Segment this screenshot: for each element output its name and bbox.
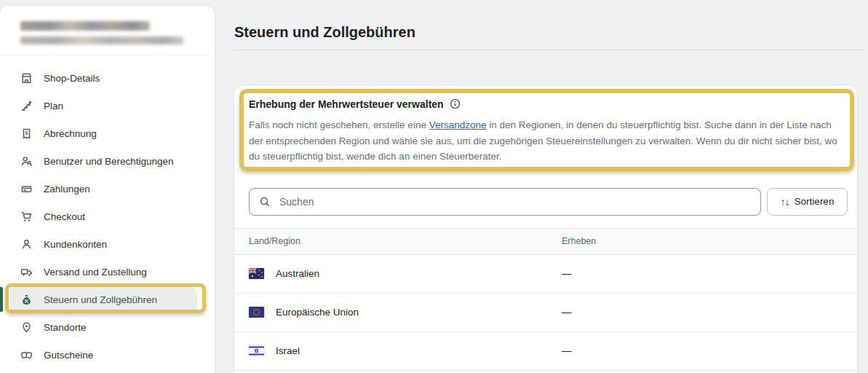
sidebar-item-billing[interactable]: $ Abrechnung xyxy=(0,119,215,147)
taxes-moneybag-icon xyxy=(20,294,33,306)
sidebar-item-label: Checkout xyxy=(44,211,85,222)
settings-sidebar: Shop-Details Plan $ Abrechnung Benutzer … xyxy=(0,6,215,373)
store-name-redacted xyxy=(20,21,150,31)
sort-arrows-icon: ↑↓ xyxy=(781,197,789,207)
sidebar-item-users-permissions[interactable]: Benutzer und Berechtigungen xyxy=(0,147,215,175)
flag-european-union-icon xyxy=(249,307,264,318)
collect-value: — xyxy=(562,268,857,279)
svg-text:$: $ xyxy=(25,130,28,136)
sidebar-item-label: Zahlungen xyxy=(44,184,90,195)
storefront-icon xyxy=(20,72,33,85)
country-name: Europäische Union xyxy=(276,307,359,318)
collect-value: — xyxy=(562,345,857,356)
sidebar-item-label: Gutscheine xyxy=(44,350,93,361)
flag-israel-icon xyxy=(249,345,264,356)
shipping-zone-link[interactable]: Versandzone xyxy=(429,119,487,130)
sort-button-label: Sortieren xyxy=(795,196,835,207)
column-header-land-region: Land/Region xyxy=(234,236,562,246)
locations-pin-icon xyxy=(20,321,33,334)
table-row-australia[interactable]: Australien — xyxy=(234,255,857,294)
billing-receipt-icon: $ xyxy=(20,127,33,140)
store-identity-blurred xyxy=(0,6,215,56)
gift-cards-icon xyxy=(20,349,33,361)
flag-australia-icon xyxy=(249,268,264,279)
sidebar-item-locations[interactable]: Standorte xyxy=(0,313,215,341)
sidebar-item-plan[interactable]: Plan xyxy=(0,92,215,119)
collect-value: — xyxy=(562,307,857,318)
sidebar-item-label: Steuern und Zollgebühren xyxy=(44,294,157,305)
sidebar-item-label: Standorte xyxy=(44,322,87,333)
tax-settings-card: Erhebung der Mehrwertsteuer verwalten Fa… xyxy=(234,85,857,373)
sidebar-item-gift-cards[interactable]: Gutscheine xyxy=(0,341,215,369)
header-divider xyxy=(234,50,864,50)
sidebar-item-label: Abrechnung xyxy=(44,128,97,139)
sidebar-item-label: Kundenkonten xyxy=(44,239,107,250)
store-domain-redacted xyxy=(20,36,183,44)
checkout-cart-icon xyxy=(20,211,33,223)
sidebar-item-payments[interactable]: Zahlungen xyxy=(0,175,215,203)
sidebar-nav-list: Shop-Details Plan $ Abrechnung Benutzer … xyxy=(0,64,215,369)
vat-info-section: Erhebung der Mehrwertsteuer verwalten Fa… xyxy=(234,85,857,165)
info-circle-icon[interactable] xyxy=(450,98,461,109)
sort-button[interactable]: ↑↓ Sortieren xyxy=(767,188,848,216)
page-title: Steuern und Zollgebühren xyxy=(234,24,415,41)
sidebar-item-shipping[interactable]: Versand und Zustellung xyxy=(0,258,215,286)
users-permissions-icon xyxy=(20,155,33,168)
country-name: Israel xyxy=(276,345,300,356)
sidebar-item-customer-accounts[interactable]: Kundenkonten xyxy=(0,230,215,258)
search-icon xyxy=(259,196,271,208)
sidebar-item-checkout[interactable]: Checkout xyxy=(0,203,215,230)
table-header: Land/Region Erheben xyxy=(234,228,857,255)
customer-accounts-icon xyxy=(20,238,33,251)
table-row-israel[interactable]: Israel — xyxy=(234,332,857,371)
sidebar-item-label: Versand und Zustellung xyxy=(44,267,147,278)
list-toolbar: ↑↓ Sortieren xyxy=(234,188,857,216)
search-box[interactable] xyxy=(249,188,761,216)
table-row-european-union[interactable]: Europäische Union — xyxy=(234,294,857,332)
search-input[interactable] xyxy=(278,195,751,208)
sidebar-item-taxes-and-duties[interactable]: Steuern und Zollgebühren xyxy=(0,286,215,313)
vat-info-title: Erhebung der Mehrwertsteuer verwalten xyxy=(249,98,444,110)
sidebar-item-shop-details[interactable]: Shop-Details xyxy=(0,64,215,92)
payments-card-icon xyxy=(20,183,33,195)
vat-info-body: Falls noch nicht geschehen, erstelle ein… xyxy=(249,117,843,165)
sidebar-item-label: Benutzer und Berechtigungen xyxy=(44,156,174,167)
info-text-before-link: Falls noch nicht geschehen, erstelle ein… xyxy=(249,119,429,130)
plan-steps-icon xyxy=(20,100,33,112)
shipping-truck-icon xyxy=(20,266,33,278)
sidebar-item-label: Plan xyxy=(44,101,63,111)
sidebar-item-label: Shop-Details xyxy=(44,73,100,84)
country-name: Australien xyxy=(276,268,319,279)
column-header-erheben: Erheben xyxy=(562,236,857,246)
